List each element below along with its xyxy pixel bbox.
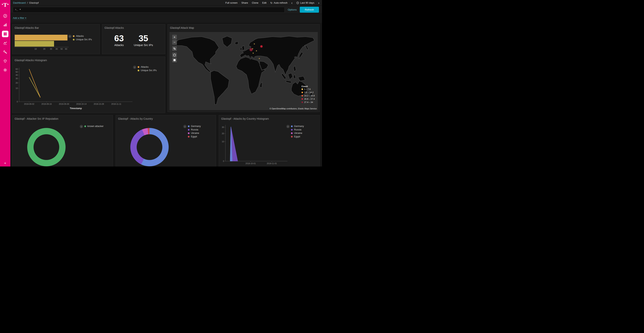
x-tick-label: 20 bbox=[43, 48, 46, 50]
attack-point[interactable] bbox=[252, 53, 254, 54]
search-input[interactable] bbox=[20, 8, 282, 11]
rectangle-icon bbox=[173, 59, 176, 62]
map-attribution[interactable]: © OpenStreetMap contributors, Elastic Ma… bbox=[268, 107, 318, 110]
legend-item-known-attacker[interactable]: known attacker bbox=[84, 125, 104, 128]
legend-item-egypt[interactable]: Egypt bbox=[188, 135, 201, 138]
legend-item-1-7-6[interactable]: 1 – 7.6 bbox=[302, 88, 315, 90]
svg-text:2018-09-16: 2018-09-16 bbox=[42, 103, 52, 105]
legend-toggle-icon[interactable]: › bbox=[286, 125, 290, 128]
svg-text:2018-10-14: 2018-10-14 bbox=[76, 103, 87, 105]
legend-label: Ukraine bbox=[191, 132, 199, 134]
draw-rectangle-button[interactable] bbox=[172, 58, 177, 63]
legend-item-14-2-20-8[interactable]: 14.2 – 20.8 bbox=[302, 95, 315, 97]
legend-item-germany[interactable]: Germany bbox=[188, 125, 201, 128]
attack-point[interactable] bbox=[254, 43, 255, 45]
x-tick-label: 40 bbox=[56, 48, 58, 50]
sidebar-item-monitoring[interactable] bbox=[2, 58, 8, 64]
svg-text:0: 0 bbox=[223, 160, 224, 162]
zoom-in-button[interactable]: + bbox=[172, 35, 177, 40]
legend-toggle-icon[interactable]: › bbox=[183, 125, 186, 128]
query-bar: >_ Options Refresh bbox=[10, 6, 322, 14]
x-tick-label: 60 bbox=[65, 48, 67, 50]
clock-icon bbox=[296, 2, 299, 4]
crop-icon bbox=[173, 47, 176, 50]
svg-text:60: 60 bbox=[16, 68, 18, 70]
legend-toggle-icon[interactable]: › bbox=[80, 125, 83, 128]
telekom-logo[interactable]: T bbox=[0, 0, 10, 8]
legend-toggle-icon[interactable]: › bbox=[133, 66, 136, 69]
legend-item-egypt[interactable]: Egypt bbox=[291, 135, 304, 138]
sidebar-item-management[interactable] bbox=[2, 67, 8, 73]
auto-refresh-label: Auto-refresh bbox=[274, 1, 288, 4]
legend-label: Attacks bbox=[141, 66, 148, 68]
sidebar-item-discover[interactable] bbox=[2, 13, 8, 19]
top-menu: Full screen Share Clone Edit ↻ Auto-refr… bbox=[226, 1, 319, 5]
legend-item-russia[interactable]: Russia bbox=[291, 128, 304, 131]
legend-list: GermanyRussiaUkraineEgypt bbox=[291, 125, 304, 138]
legend-label: Egypt bbox=[191, 135, 197, 138]
sidebar-item-visualize[interactable] bbox=[2, 22, 8, 28]
gear-icon bbox=[3, 68, 7, 72]
bar-plot-area bbox=[14, 34, 68, 47]
legend-item-attacks[interactable]: Attacks bbox=[138, 66, 156, 68]
time-range-next-button[interactable]: › bbox=[318, 1, 319, 5]
map-legend: Count 1 – 7.67.6 – 14.214.2 – 20.820.8 –… bbox=[302, 85, 315, 104]
panel-title: Glastopf - Attacks by Country bbox=[118, 117, 214, 120]
legend-item-7-6-14-2[interactable]: 7.6 – 14.2 bbox=[302, 91, 315, 94]
zoom-out-button[interactable]: − bbox=[172, 40, 177, 45]
legend-label: known attacker bbox=[88, 125, 104, 128]
bar-unique-src-ips[interactable] bbox=[15, 41, 54, 47]
svg-text:40: 40 bbox=[16, 74, 18, 76]
legend-item-20-8-27-4[interactable]: 20.8 – 27.4 bbox=[302, 98, 315, 100]
legend-label: 14.2 – 20.8 bbox=[304, 95, 315, 97]
draw-polygon-button[interactable] bbox=[172, 53, 177, 57]
panel-src-ip-reputation: Glastopf - Attacker Src IP Reputation › … bbox=[12, 115, 113, 167]
attack-point[interactable] bbox=[260, 45, 263, 48]
legend-label: 27.4 – 34 bbox=[304, 101, 313, 103]
time-range-button[interactable]: Last 90 days bbox=[296, 1, 314, 4]
breadcrumb-current: Glastopf bbox=[29, 1, 39, 4]
map-controls: + − bbox=[172, 35, 177, 63]
panel-glastopf-attack-map: Glastopf Attack Map + − bbox=[168, 24, 320, 112]
legend-item-unique-src-ips[interactable]: Unique Src IPs bbox=[138, 69, 156, 72]
panel-title: Glastopf Attacks bbox=[104, 26, 163, 29]
full-screen-button[interactable]: Full screen bbox=[226, 1, 238, 4]
sidebar-item-devtools[interactable] bbox=[2, 49, 8, 55]
legend-label: 20.8 – 27.4 bbox=[304, 98, 315, 100]
legend-item-ukraine[interactable]: Ukraine bbox=[291, 132, 304, 134]
auto-refresh-button[interactable]: ↻ Auto-refresh bbox=[270, 1, 287, 5]
legend-item-russia[interactable]: Russia bbox=[188, 128, 201, 131]
edit-button[interactable]: Edit bbox=[262, 1, 266, 4]
share-button[interactable]: Share bbox=[241, 1, 248, 4]
world-map[interactable]: + − bbox=[170, 32, 318, 110]
legend-item-unique-src-ips[interactable]: Unique Src IPs bbox=[73, 38, 92, 41]
legend-toggle-icon[interactable]: › bbox=[68, 35, 72, 38]
bar-x-axis: 102030405060 bbox=[14, 48, 68, 51]
attack-point[interactable] bbox=[256, 50, 257, 51]
attack-point[interactable] bbox=[259, 58, 260, 59]
legend-label: Germany bbox=[191, 125, 201, 128]
fit-data-bounds-button[interactable] bbox=[172, 46, 177, 51]
collapse-sidebar-button[interactable]: « bbox=[0, 161, 10, 165]
query-options-link[interactable]: Options bbox=[288, 8, 297, 11]
legend-item-germany[interactable]: Germany bbox=[291, 125, 304, 128]
time-range-prev-button[interactable]: ‹ bbox=[291, 1, 292, 5]
bar-attacks[interactable] bbox=[15, 35, 68, 41]
legend-label: Russia bbox=[294, 128, 301, 131]
donut-chart[interactable] bbox=[27, 128, 66, 166]
legend-item-ukraine[interactable]: Ukraine bbox=[188, 132, 201, 134]
donut-chart[interactable] bbox=[130, 128, 169, 166]
time-range-label: Last 90 days bbox=[300, 1, 314, 4]
metric-value: 63 bbox=[114, 34, 124, 43]
legend-item-27-4-34[interactable]: 27.4 – 34 bbox=[302, 101, 315, 103]
legend-dot bbox=[188, 125, 190, 127]
legend-item-attacks[interactable]: Attacks bbox=[73, 35, 92, 38]
clone-button[interactable]: Clone bbox=[252, 1, 258, 4]
sidebar-item-timelion[interactable] bbox=[2, 40, 8, 46]
sidebar-item-dashboard[interactable] bbox=[2, 31, 8, 37]
breadcrumb-dashboard-link[interactable]: Dashboard bbox=[13, 1, 26, 4]
refresh-button[interactable]: Refresh bbox=[300, 7, 319, 13]
attack-point[interactable] bbox=[252, 48, 253, 49]
add-filter-link[interactable]: Add a filter + bbox=[13, 17, 26, 20]
metric-attacks: 63 Attacks bbox=[114, 34, 124, 47]
